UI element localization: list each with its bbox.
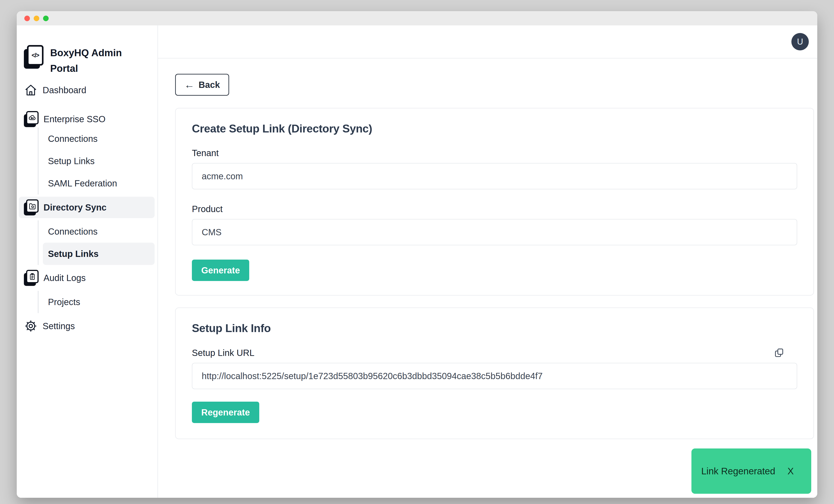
copy-icon — [774, 348, 784, 358]
sidebar-item-dsync-connections[interactable]: Connections — [39, 220, 157, 243]
setup-link-info-card: Setup Link Info Setup Link URL — [175, 307, 814, 439]
product-label: Product — [192, 204, 797, 214]
setup-link-url-label: Setup Link URL — [192, 348, 254, 358]
close-window-button[interactable] — [24, 16, 30, 21]
sidebar-item-settings[interactable]: Settings — [19, 315, 155, 337]
gear-icon — [24, 319, 38, 333]
sidebar-item-label: Enterprise SSO — [44, 114, 106, 124]
sidebar-item-label: Directory Sync — [44, 203, 106, 212]
main-area: U ← Back Create Setup Link (Directory Sy… — [158, 25, 817, 498]
audit-logs-subnav: Projects — [38, 291, 157, 313]
generate-button[interactable]: Generate — [192, 259, 249, 281]
create-setup-link-card: Create Setup Link (Directory Sync) Tenan… — [175, 108, 814, 296]
sidebar-item-label: Dashboard — [43, 85, 86, 95]
sidebar-item-audit-logs[interactable]: Audit Logs — [19, 267, 155, 289]
toast-notification: Link Regenerated X — [692, 449, 811, 494]
directory-sync-subnav: Connections Setup Links — [38, 220, 157, 265]
app-window: </> BoxyHQ Admin Portal Dashboard — [17, 11, 817, 498]
sidebar-item-sso-connections[interactable]: Connections — [39, 128, 157, 150]
home-icon — [24, 83, 38, 97]
app-title: BoxyHQ Admin Portal — [50, 45, 131, 76]
toast-close-button[interactable]: X — [788, 466, 794, 477]
tenant-label: Tenant — [192, 148, 797, 158]
app-logo: </> BoxyHQ Admin Portal — [24, 45, 149, 76]
sidebar-item-sso-setup-links[interactable]: Setup Links — [39, 150, 157, 172]
back-button[interactable]: ← Back — [175, 74, 229, 96]
sidebar-item-saml-federation[interactable]: SAML Federation — [39, 172, 157, 194]
card-title: Setup Link Info — [192, 322, 797, 335]
maximize-window-button[interactable] — [43, 16, 49, 21]
sidebar-item-dashboard[interactable]: Dashboard — [19, 79, 155, 101]
enterprise-sso-subnav: Connections Setup Links SAML Federation — [38, 128, 157, 194]
top-header: U — [158, 25, 817, 59]
toast-message: Link Regenerated — [701, 466, 775, 477]
copy-button[interactable] — [774, 348, 784, 358]
page-content: ← Back Create Setup Link (Directory Sync… — [158, 59, 817, 498]
user-avatar[interactable]: U — [791, 33, 809, 50]
minimize-window-button[interactable] — [34, 16, 39, 21]
sidebar-item-label: Audit Logs — [44, 273, 86, 283]
audit-logs-icon — [24, 270, 39, 286]
boxyhq-logo-icon: </> — [24, 45, 44, 69]
sidebar-item-dsync-setup-links[interactable]: Setup Links — [43, 243, 155, 265]
enterprise-sso-icon — [24, 111, 39, 127]
product-input[interactable] — [192, 219, 797, 245]
sidebar-item-enterprise-sso[interactable]: Enterprise SSO — [19, 108, 155, 130]
sidebar-item-label: Settings — [43, 321, 75, 331]
sidebar-item-projects[interactable]: Projects — [39, 291, 157, 313]
sidebar: </> BoxyHQ Admin Portal Dashboard — [17, 25, 158, 498]
tenant-input[interactable] — [192, 163, 797, 189]
setup-link-url-input[interactable] — [192, 363, 797, 389]
card-title: Create Setup Link (Directory Sync) — [192, 122, 797, 135]
regenerate-button[interactable]: Regenerate — [192, 402, 259, 423]
arrow-left-icon: ← — [184, 79, 195, 90]
directory-sync-icon — [24, 199, 39, 215]
sidebar-item-directory-sync[interactable]: Directory Sync — [19, 197, 155, 218]
window-titlebar — [17, 11, 817, 25]
